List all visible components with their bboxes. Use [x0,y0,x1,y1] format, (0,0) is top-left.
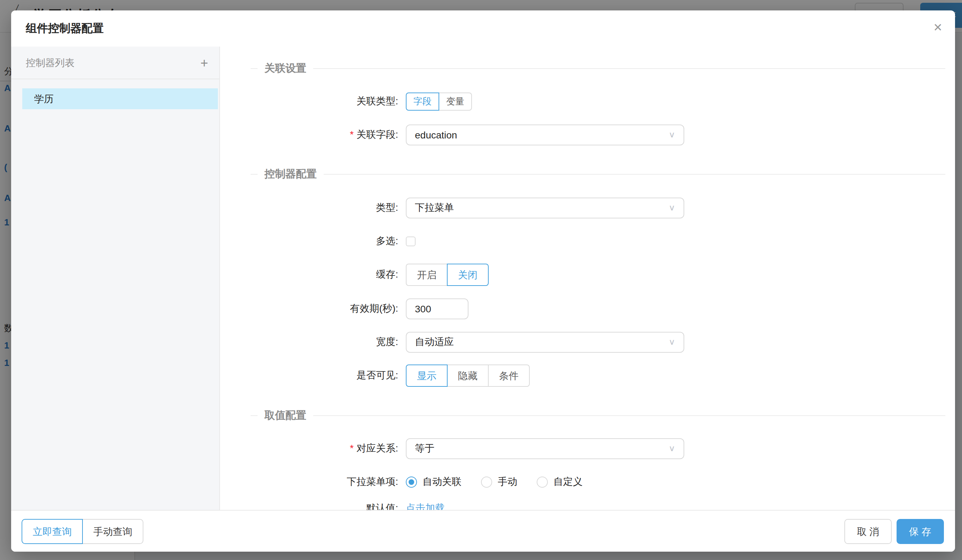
assoc-type-group: 字段 变量 [406,93,472,111]
section-assoc-settings: 关联设置 [250,63,945,74]
chevron-down-icon: ∨ [668,440,675,457]
required-asterisk: * [350,129,353,140]
controller-list-sidebar: 控制器列表 + 学历 [11,47,220,510]
assoc-type-option-variable[interactable]: 变量 [439,93,472,111]
menu-items-label: 下拉菜单项: [250,476,398,488]
menu-items-row: 下拉菜单项: 自动关联 手动 自定义 [250,473,602,491]
radio-custom[interactable]: 自定义 [537,476,583,488]
query-mode-manual[interactable]: 手动查询 [82,519,144,544]
ttl-label: 有效期(秒): [250,303,398,315]
assoc-field-value: education [415,129,457,140]
screen: 〈 学历分析分布 设 置 保 存 分 A A ( A 1 数 1 1 组件控制器… [0,0,962,560]
cache-label: 缓存: [250,269,398,281]
width-row: 宽度: 自动适应 ∨ [250,332,684,353]
assoc-field-select[interactable]: education ∨ [406,124,684,145]
width-value: 自动适应 [415,336,454,349]
ttl-input[interactable]: 300 [406,298,468,319]
default-value-label: 默认值: [250,502,398,510]
query-mode-instant[interactable]: 立即查询 [22,519,83,544]
add-controller-icon[interactable]: + [200,47,208,79]
cache-group: 开启 关闭 [406,264,489,286]
modal-content: 关联设置 关联类型: 字段 变量 *关联字段: education ∨ [220,47,955,510]
section-controller-config: 控制器配置 [250,168,945,179]
modal-title: 组件控制器配置 [26,10,104,47]
type-row: 类型: 下拉菜单 ∨ [250,198,684,219]
width-select[interactable]: 自动适应 ∨ [406,332,684,353]
visibility-group: 显示 隐藏 条件 [406,365,530,387]
required-asterisk: * [350,443,353,454]
relation-label: *对应关系: [250,443,398,455]
radio-manual[interactable]: 手动 [481,476,517,488]
radio-label: 手动 [498,476,517,488]
modal-footer: 立即查询 手动查询 取 消 保 存 [11,510,955,552]
load-default-link[interactable]: 点击加载 [406,502,445,510]
cache-option-on[interactable]: 开启 [406,264,447,286]
visibility-row: 是否可见: 显示 隐藏 条件 [250,365,530,387]
chevron-down-icon: ∨ [668,126,675,144]
radio-label: 自动关联 [423,476,462,488]
visibility-option-hide[interactable]: 隐藏 [447,365,489,387]
divider [324,174,945,174]
multi-select-checkbox[interactable] [406,237,416,246]
ttl-row: 有效期(秒): 300 [250,298,468,319]
chevron-down-icon: ∨ [668,333,675,351]
type-value: 下拉菜单 [415,202,454,214]
divider [250,68,258,69]
divider [313,68,945,69]
relation-select[interactable]: 等于 ∨ [406,438,684,459]
save-button[interactable]: 保 存 [897,519,944,544]
assoc-field-row: *关联字段: education ∨ [250,124,684,145]
type-label: 类型: [250,202,398,214]
controller-list-title: 控制器列表 [26,57,74,68]
assoc-type-row: 关联类型: 字段 变量 [250,93,472,111]
radio-auto-assoc[interactable]: 自动关联 [406,476,462,488]
multi-select-row: 多选: [250,232,416,250]
divider [250,174,258,174]
visibility-label: 是否可见: [250,369,398,382]
section-value-config: 取值配置 [250,410,945,421]
default-value-row: 默认值: 点击加载 [250,502,445,510]
section-title: 关联设置 [265,61,306,75]
cache-row: 缓存: 开启 关闭 [250,264,489,286]
divider [250,415,258,416]
assoc-type-label: 关联类型: [250,95,398,108]
width-label: 宽度: [250,336,398,349]
relation-row: *对应关系: 等于 ∨ [250,438,684,459]
section-title: 控制器配置 [265,167,317,180]
close-icon[interactable]: ✕ [933,22,943,34]
controller-config-modal: 组件控制器配置 ✕ 控制器列表 + 学历 关联设置 关联类型: 字段 变量 [11,10,955,552]
radio-icon [406,476,417,488]
chevron-down-icon: ∨ [668,199,675,217]
sidebar-item-education[interactable]: 学历 [22,89,218,109]
assoc-type-option-field[interactable]: 字段 [406,93,439,111]
controller-list-header: 控制器列表 + [11,47,219,79]
type-select[interactable]: 下拉菜单 ∨ [406,198,684,219]
visibility-option-condition[interactable]: 条件 [488,365,530,387]
cancel-button[interactable]: 取 消 [844,519,892,544]
query-mode-group: 立即查询 手动查询 [22,519,144,544]
visibility-option-show[interactable]: 显示 [406,365,447,387]
section-title: 取值配置 [265,409,306,422]
menu-items-radio-group: 自动关联 手动 自定义 [406,476,602,488]
assoc-field-label: *关联字段: [250,129,398,141]
cache-option-off[interactable]: 关闭 [447,264,489,286]
radio-icon [537,476,548,488]
radio-icon [481,476,492,488]
relation-value: 等于 [415,443,434,455]
radio-label: 自定义 [554,476,583,488]
divider [313,415,945,416]
multi-select-label: 多选: [250,235,398,248]
